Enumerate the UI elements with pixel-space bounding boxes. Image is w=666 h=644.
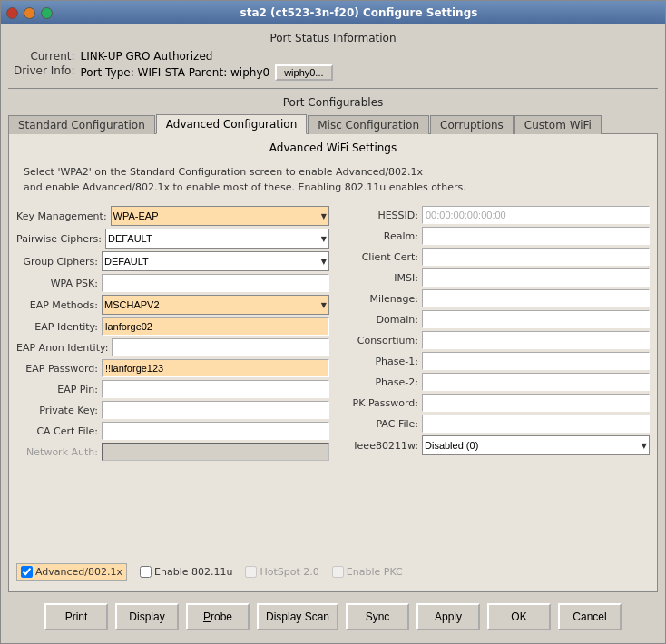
pairwise-ciphers-select-wrapper: DEFAULT <box>105 229 329 249</box>
minimize-icon[interactable] <box>24 7 35 19</box>
ieee80211w-select[interactable]: Disabled (0) <box>422 435 650 455</box>
eap-anon-identity-row: EAP Anon Identity: <box>16 338 329 356</box>
realm-row: Realm: <box>337 227 650 245</box>
tab-corruptions[interactable]: Corruptions <box>430 115 514 134</box>
milenage-input[interactable] <box>422 289 650 307</box>
ieee80211w-label: Ieee80211w: <box>337 440 418 452</box>
tab-misc-configuration[interactable]: Misc Configuration <box>308 115 429 134</box>
phase1-label: Phase-1: <box>337 356 418 367</box>
wpa-psk-label: WPA PSK: <box>16 278 98 289</box>
milenage-label: Milenage: <box>337 293 418 305</box>
private-key-input[interactable] <box>102 401 329 419</box>
eap-identity-input[interactable] <box>102 317 329 336</box>
imsi-label: IMSI: <box>337 272 418 284</box>
current-label: Current: <box>14 50 75 63</box>
eap-methods-select[interactable]: MSCHAPV2 <box>102 295 329 315</box>
eap-methods-label: EAP Methods: <box>16 299 98 311</box>
tabs-container: Standard Configuration Advanced Configur… <box>8 114 658 592</box>
tabs-row: Standard Configuration Advanced Configur… <box>8 114 658 134</box>
advanced-notice: Select 'WPA2' on the Standard Configurat… <box>24 165 642 195</box>
pk-password-input[interactable] <box>422 394 650 412</box>
pairwise-ciphers-select[interactable]: DEFAULT <box>105 229 329 249</box>
enable-802-11u-checkbox[interactable] <box>140 566 152 578</box>
hotspot-2-0-label: HotSpot 2.0 <box>260 566 318 578</box>
probe-button[interactable]: Probe <box>186 603 250 630</box>
network-auth-row: Network Auth: <box>16 443 329 461</box>
hotspot-2-0-checkbox[interactable] <box>245 566 257 578</box>
private-key-label: Private Key: <box>16 405 98 416</box>
right-fields: HESSID: Realm: Client Cert: IMSI <box>337 206 650 556</box>
domain-input[interactable] <box>422 310 650 328</box>
eap-pin-input[interactable] <box>102 380 329 398</box>
wiphy-button[interactable]: wiphy0... <box>275 64 332 81</box>
ca-cert-file-input[interactable] <box>102 422 329 440</box>
realm-label: Realm: <box>337 230 418 242</box>
eap-pin-label: EAP Pin: <box>16 384 98 395</box>
driver-value: Port Type: WIFI-STA Parent: wiphy0 wiphy… <box>81 64 653 81</box>
key-management-row: Key Management: WPA-EAP <box>16 206 329 226</box>
pairwise-ciphers-label: Pairwise Ciphers: <box>16 233 102 245</box>
domain-label: Domain: <box>337 314 418 326</box>
domain-row: Domain: <box>337 310 650 328</box>
display-button[interactable]: Display <box>115 603 179 630</box>
titlebar: sta2 (ct523-3n-f20) Configure Settings <box>1 1 665 24</box>
advanced-802-1x-checkbox-item: Advanced/802.1x <box>16 563 127 581</box>
port-status-title: Port Status Information <box>8 32 658 44</box>
phase2-input[interactable] <box>422 373 650 391</box>
ca-cert-file-row: CA Cert File: <box>16 422 329 440</box>
eap-password-input[interactable] <box>102 359 329 377</box>
display-scan-button[interactable]: Display Scan <box>257 603 338 630</box>
enable-pkc-label: Enable PKC <box>347 566 403 578</box>
hessid-label: HESSID: <box>337 210 418 221</box>
eap-pin-row: EAP Pin: <box>16 380 329 398</box>
realm-input[interactable] <box>422 227 650 245</box>
eap-password-row: EAP Password: <box>16 359 329 377</box>
pac-file-input[interactable] <box>422 415 650 433</box>
pac-file-row: PAC File: <box>337 415 650 433</box>
print-button[interactable]: Print <box>44 603 108 630</box>
client-cert-input[interactable] <box>422 248 650 266</box>
consortium-input[interactable] <box>422 331 650 349</box>
tab-standard-configuration[interactable]: Standard Configuration <box>8 115 155 134</box>
pac-file-label: PAC File: <box>337 418 418 430</box>
ok-button[interactable]: OK <box>487 603 551 630</box>
hessid-input[interactable] <box>422 206 650 224</box>
window-title: sta2 (ct523-3n-f20) Configure Settings <box>58 6 660 19</box>
advanced-802-1x-checkbox[interactable] <box>21 566 33 578</box>
tab-content-advanced: Advanced WiFi Settings Select 'WPA2' on … <box>8 133 658 592</box>
main-window: sta2 (ct523-3n-f20) Configure Settings P… <box>0 0 666 644</box>
apply-button[interactable]: Apply <box>416 603 480 630</box>
eap-anon-identity-label: EAP Anon Identity: <box>16 342 108 354</box>
pk-password-row: PK Password: <box>337 394 650 412</box>
hessid-row: HESSID: <box>337 206 650 224</box>
enable-pkc-checkbox[interactable] <box>332 566 344 578</box>
group-ciphers-select[interactable]: DEFAULT <box>102 251 329 271</box>
current-value: LINK-UP GRO Authorized <box>81 50 653 63</box>
tab-advanced-configuration[interactable]: Advanced Configuration <box>156 114 307 134</box>
enable-802-11u-checkbox-item: Enable 802.11u <box>140 566 232 578</box>
group-ciphers-row: Group Ciphers: DEFAULT <box>16 251 329 271</box>
eap-anon-identity-input[interactable] <box>112 338 329 356</box>
eap-methods-row: EAP Methods: MSCHAPV2 <box>16 295 329 315</box>
imsi-input[interactable] <box>422 268 650 287</box>
eap-identity-label: EAP Identity: <box>16 321 98 333</box>
sync-button[interactable]: Sync <box>346 603 409 630</box>
phase2-label: Phase-2: <box>337 376 418 388</box>
wpa-psk-input[interactable] <box>102 274 329 292</box>
pairwise-ciphers-row: Pairwise Ciphers: DEFAULT <box>16 229 329 249</box>
driver-label: Driver Info: <box>14 64 75 81</box>
eap-identity-row: EAP Identity: <box>16 317 329 336</box>
eap-password-label: EAP Password: <box>16 363 98 375</box>
key-management-select[interactable]: WPA-EAP <box>111 206 329 226</box>
eap-methods-select-wrapper: MSCHAPV2 <box>102 295 329 315</box>
hotspot-2-0-checkbox-item: HotSpot 2.0 <box>245 566 318 578</box>
close-icon[interactable] <box>6 7 18 19</box>
ca-cert-file-label: CA Cert File: <box>16 425 98 437</box>
phase1-input[interactable] <box>422 352 650 370</box>
bottom-toolbar: Print Display Probe Display Scan Sync Ap… <box>8 596 658 638</box>
maximize-icon[interactable] <box>41 7 53 19</box>
network-auth-input[interactable] <box>102 443 329 461</box>
cancel-button[interactable]: Cancel <box>558 603 622 630</box>
tab-custom-wifi[interactable]: Custom WiFi <box>514 115 602 134</box>
content-area: Port Status Information Current: LINK-UP… <box>1 24 665 643</box>
